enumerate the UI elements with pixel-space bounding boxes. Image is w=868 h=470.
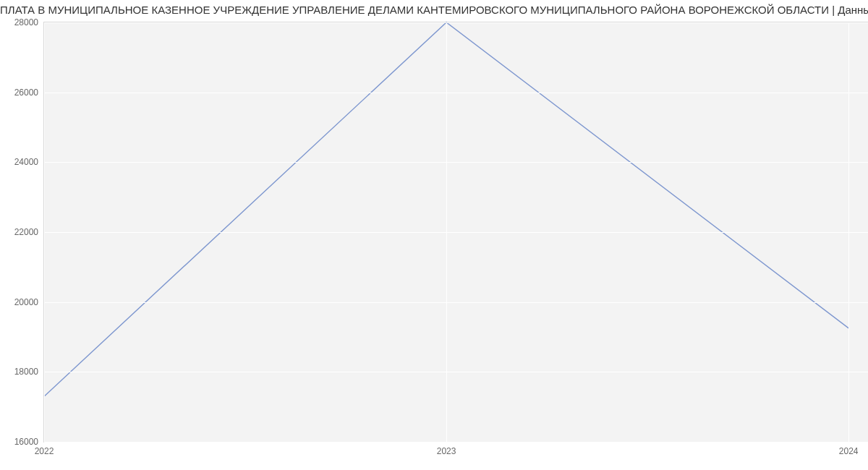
- plot-area: 1600018000200002200024000260002800020222…: [43, 22, 868, 443]
- grid-line-horizontal: [44, 442, 868, 443]
- grid-line-horizontal: [44, 302, 868, 303]
- y-tick-label: 16000: [14, 437, 38, 447]
- y-tick-label: 28000: [14, 17, 38, 27]
- grid-line-horizontal: [44, 232, 868, 233]
- chart-title: ПЛАТА В МУНИЦИПАЛЬНОЕ КАЗЕННОЕ УЧРЕЖДЕНИ…: [0, 4, 868, 16]
- x-tick-label: 2023: [437, 446, 456, 456]
- y-tick-label: 26000: [14, 87, 38, 98]
- grid-line-vertical: [848, 22, 849, 442]
- y-tick-label: 18000: [14, 367, 38, 377]
- grid-line-horizontal: [44, 162, 868, 163]
- y-tick-label: 22000: [14, 227, 38, 237]
- grid-line-vertical: [44, 22, 45, 442]
- grid-line-horizontal: [44, 93, 868, 93]
- grid-line-vertical: [446, 22, 447, 442]
- x-tick-label: 2022: [35, 446, 54, 456]
- grid-line-horizontal: [44, 372, 868, 372]
- y-tick-label: 24000: [14, 157, 38, 167]
- x-tick-label: 2024: [839, 446, 859, 456]
- y-tick-label: 20000: [14, 297, 38, 307]
- grid-line-horizontal: [44, 22, 868, 23]
